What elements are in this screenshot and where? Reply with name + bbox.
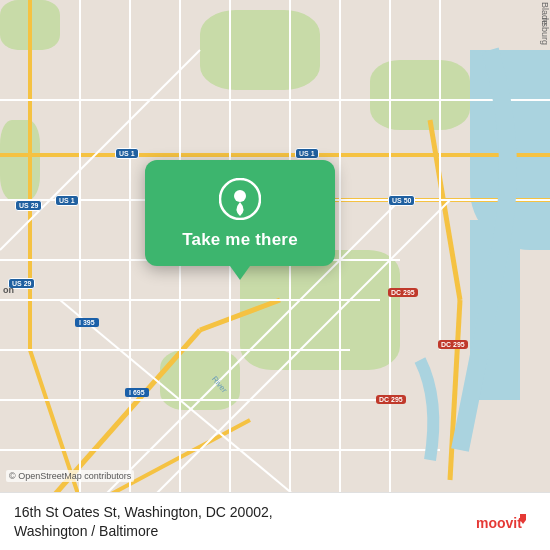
shield-us50: US 50 (388, 195, 415, 206)
map-background: US 1 US 1 US 1 US 29 US 50 I 395 I 695 D… (0, 0, 550, 550)
nsburg-label: nsburg (540, 17, 550, 45)
shield-us1-1: US 1 (115, 148, 139, 159)
svg-line-1 (200, 300, 280, 330)
shield-us1-2: US 1 (295, 148, 319, 159)
shield-dc295-2: DC 295 (438, 340, 468, 349)
area-label-on: on (3, 285, 14, 295)
road-network (0, 0, 550, 550)
address-text: 16th St Oates St, Washington, DC 20002, … (14, 503, 536, 542)
svg-text:moovit: moovit (476, 515, 522, 531)
popup-card: Take me there (145, 160, 335, 266)
moovit-logo: moovit (476, 508, 536, 540)
location-pin-icon (219, 178, 261, 220)
svg-point-29 (234, 190, 246, 202)
shield-dc295-3: DC 295 (376, 395, 406, 404)
take-me-there-button[interactable]: Take me there (182, 230, 298, 250)
shield-us29-1: US 29 (15, 200, 42, 211)
svg-line-4 (450, 300, 460, 480)
svg-line-2 (100, 420, 250, 500)
shield-us1-3: US 1 (55, 195, 79, 206)
shield-i695: I 695 (125, 388, 149, 397)
bottom-bar: 16th St Oates St, Washington, DC 20002, … (0, 492, 550, 550)
moovit-svg: moovit (476, 508, 536, 536)
svg-line-3 (430, 120, 460, 300)
osm-credit: © OpenStreetMap contributors (6, 470, 134, 482)
shield-i395: I 395 (75, 318, 99, 327)
shield-dc295-1: DC 295 (388, 288, 418, 297)
map-container: US 1 US 1 US 1 US 29 US 50 I 395 I 695 D… (0, 0, 550, 550)
